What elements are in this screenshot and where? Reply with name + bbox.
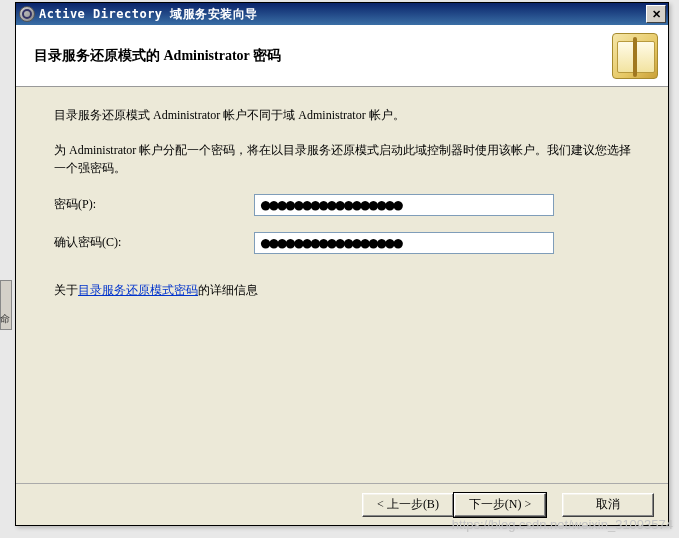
confirm-password-row: 确认密码(C): ●●●●●●●●●●●●●●●●● — [54, 232, 636, 254]
password-label: 密码(P): — [54, 196, 254, 213]
password-row: 密码(P): ●●●●●●●●●●●●●●●●● — [54, 194, 636, 216]
dsrm-password-link[interactable]: 目录服务还原模式密码 — [78, 283, 198, 297]
page-title: 目录服务还原模式的 Administrator 密码 — [34, 47, 612, 65]
intro-text-2: 为 Administrator 帐户分配一个密码，将在以目录服务还原模式启动此域… — [54, 141, 636, 178]
link-prefix: 关于 — [54, 283, 78, 297]
confirm-password-label: 确认密码(C): — [54, 234, 254, 251]
book-icon — [612, 33, 658, 79]
more-info-line: 关于目录服务还原模式密码的详细信息 — [54, 282, 636, 299]
background-window-fragment: 命 — [0, 280, 12, 330]
link-suffix: 的详细信息 — [198, 283, 258, 297]
wizard-content: 目录服务还原模式 Administrator 帐户不同于域 Administra… — [16, 88, 668, 483]
app-icon — [19, 6, 35, 22]
wizard-footer: < 上一步(B) 下一步(N) > 取消 — [16, 483, 668, 525]
titlebar: Active Directory 域服务安装向导 ✕ — [16, 3, 668, 25]
window-title: Active Directory 域服务安装向导 — [39, 6, 646, 23]
wizard-dialog: Active Directory 域服务安装向导 ✕ 目录服务还原模式的 Adm… — [15, 2, 669, 526]
wizard-header: 目录服务还原模式的 Administrator 密码 — [16, 25, 668, 87]
next-button[interactable]: 下一步(N) > — [454, 493, 546, 517]
back-button[interactable]: < 上一步(B) — [362, 493, 454, 517]
cancel-button[interactable]: 取消 — [562, 493, 654, 517]
close-button[interactable]: ✕ — [646, 5, 666, 23]
confirm-password-input[interactable]: ●●●●●●●●●●●●●●●●● — [254, 232, 554, 254]
password-input[interactable]: ●●●●●●●●●●●●●●●●● — [254, 194, 554, 216]
intro-text-1: 目录服务还原模式 Administrator 帐户不同于域 Administra… — [54, 106, 636, 125]
